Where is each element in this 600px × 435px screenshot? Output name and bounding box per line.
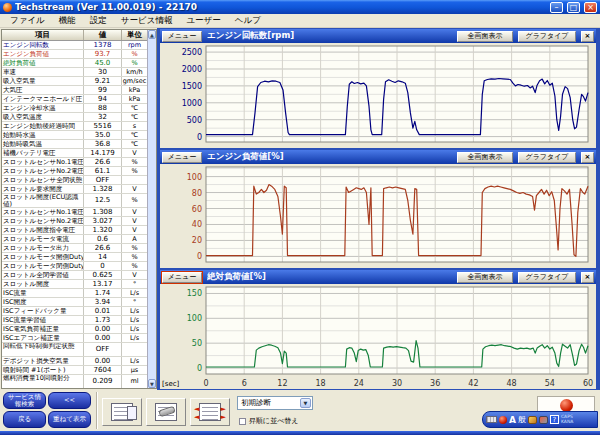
table-row[interactable]: スロットルモータ閉側Duty比0% bbox=[2, 262, 147, 271]
table-row[interactable]: 補機バッテリ電圧14.179V bbox=[2, 149, 147, 158]
collapse-button[interactable]: << bbox=[48, 392, 91, 409]
table-row[interactable]: 燃料消費量10回噴射分0.209ml bbox=[2, 375, 147, 388]
table-row[interactable]: スロットルモータ電流0.6A bbox=[2, 235, 147, 244]
table-row[interactable]: エンジン負荷値93.7% bbox=[2, 50, 147, 59]
row-unit: ° bbox=[122, 298, 147, 306]
table-row[interactable]: スロットル全閉学習値0.625V bbox=[2, 271, 147, 280]
snapshot-button[interactable] bbox=[146, 398, 186, 426]
chart-svg: 020406080100 bbox=[160, 164, 596, 270]
ime-help-icon[interactable]: ? bbox=[550, 415, 559, 424]
table-row[interactable]: 始動時吸気温36.8℃ bbox=[2, 140, 147, 149]
chart-close-button[interactable]: × bbox=[581, 31, 594, 42]
chart-rpm-plot[interactable]: 05001000150020002500 bbox=[160, 43, 596, 148]
chart-close-button[interactable]: × bbox=[581, 272, 594, 283]
table-row[interactable]: エンジン回転数1378rpm bbox=[2, 41, 147, 50]
table-row[interactable]: 絶対負荷値45.0% bbox=[2, 59, 147, 68]
graphtype-button[interactable]: グラフタイプ bbox=[518, 31, 576, 42]
table-row[interactable]: エンジン冷却水温88℃ bbox=[2, 104, 147, 113]
chart-menu-button[interactable]: メニュー bbox=[162, 272, 202, 283]
table-row[interactable]: デポジット損失空気量0.00L/s bbox=[2, 357, 147, 366]
fullscreen-button[interactable]: 全画面表示 bbox=[457, 152, 513, 163]
fullscreen-button[interactable]: 全画面表示 bbox=[457, 31, 513, 42]
row-unit bbox=[122, 343, 147, 356]
ime-tools-icon[interactable] bbox=[539, 416, 548, 424]
table-row[interactable]: スロットルセンサNo.2電圧3.027V bbox=[2, 217, 147, 226]
row-value: 3.94 bbox=[84, 298, 122, 306]
compare-data-button[interactable]: ◄◄►► bbox=[190, 398, 230, 426]
scrollbar-down-button[interactable]: ▼ bbox=[148, 379, 156, 388]
table-row[interactable]: スロットル開度13.17° bbox=[2, 280, 147, 289]
row-unit: km/h bbox=[122, 68, 147, 76]
table-row[interactable]: スロットル開度(ECU認識値)12.5% bbox=[2, 194, 147, 208]
row-label: スロットルモータ電流 bbox=[2, 235, 84, 243]
table-row[interactable]: エンジン始動後経過時間5516s bbox=[2, 122, 147, 131]
table-row[interactable]: スロットルセンサ全閉状態OFF bbox=[2, 176, 147, 185]
table-row[interactable]: ISCエアコン補正量0.00L/s bbox=[2, 334, 147, 343]
menu-item-file[interactable]: ファイル bbox=[3, 15, 52, 27]
row-label: ISC開度 bbox=[2, 298, 84, 306]
service-info-search-button[interactable]: サービス情報検索 bbox=[3, 392, 46, 409]
ime-orb-icon[interactable] bbox=[499, 416, 507, 424]
menu-item-settings[interactable]: 設定 bbox=[83, 15, 114, 27]
table-row[interactable]: スロットルセンサNo.1電圧比26.6% bbox=[2, 158, 147, 167]
keyboard-icon[interactable] bbox=[486, 416, 497, 423]
table-row[interactable]: 回転低下時制御判定状態OFF bbox=[2, 343, 147, 357]
table-scrollbar[interactable]: ▲ ▼ bbox=[147, 30, 156, 388]
table-row[interactable]: 車速30km/h bbox=[2, 68, 147, 77]
table-row[interactable]: ISCフィードバック量0.01L/s bbox=[2, 307, 147, 316]
ime-conversion-mode[interactable]: 般 bbox=[518, 414, 526, 425]
menu-item-service-info[interactable]: サービス情報 bbox=[114, 15, 180, 27]
back-button[interactable]: 戻る bbox=[3, 411, 46, 428]
menu-item-function[interactable]: 機能 bbox=[52, 15, 83, 27]
table-row[interactable]: 噴射時間 #1(ポート)7604μs bbox=[2, 366, 147, 375]
combo-dropdown-icon[interactable]: ▼ bbox=[300, 398, 311, 408]
table-row[interactable]: ISC開度3.94° bbox=[2, 298, 147, 307]
chart-menu-button[interactable]: メニュー bbox=[162, 152, 202, 163]
svg-text:0: 0 bbox=[197, 133, 202, 142]
table-row[interactable]: 吸入空気量9.21gm/sec bbox=[2, 77, 147, 86]
table-row[interactable]: ISC電気負荷補正量0.00L/s bbox=[2, 325, 147, 334]
ime-palette-icon[interactable] bbox=[528, 416, 537, 424]
minimize-button[interactable]: – bbox=[550, 2, 563, 13]
ime-toolbar[interactable]: A 般 ? CAPS KANA bbox=[482, 411, 598, 428]
window-titlebar[interactable]: Techstream (Ver 11.00.019) - 22170 – □ × bbox=[0, 0, 600, 14]
graphtype-button[interactable]: グラフタイプ bbox=[518, 272, 576, 283]
sort-ascending-checkbox[interactable] bbox=[239, 418, 246, 425]
menubar: ファイル 機能 設定 サービス情報 ユーザー ヘルプ bbox=[0, 14, 600, 28]
close-button[interactable]: × bbox=[584, 2, 597, 13]
table-row[interactable]: 吸入空気温度32℃ bbox=[2, 113, 147, 122]
menu-item-user[interactable]: ユーザー bbox=[179, 15, 227, 27]
table-row[interactable]: スロットルセンサNo.1電圧1.308V bbox=[2, 208, 147, 217]
table-row[interactable]: スロットルモータ開側Duty比14% bbox=[2, 253, 147, 262]
row-unit: V bbox=[122, 185, 147, 193]
table-row[interactable]: 始動時水温35.0℃ bbox=[2, 131, 147, 140]
chart-menu-button[interactable]: メニュー bbox=[162, 31, 202, 42]
chart-absload-plot[interactable]: 05010015006121824303642485460[sec] bbox=[160, 284, 596, 389]
row-unit: L/s bbox=[122, 307, 147, 315]
row-label: 噴射時間 #1(ポート) bbox=[2, 366, 84, 374]
row-value: 93.7 bbox=[84, 50, 122, 58]
table-row[interactable]: ISC流量1.74L/s bbox=[2, 289, 147, 298]
table-row[interactable]: 大気圧99kPa bbox=[2, 86, 147, 95]
ime-input-mode[interactable]: A bbox=[509, 415, 516, 425]
table-row[interactable]: インテークマニホールド圧94kPa bbox=[2, 95, 147, 104]
diagnosis-mode-select[interactable]: 初期診断 ▼ bbox=[237, 396, 313, 410]
graphtype-button[interactable]: グラフタイプ bbox=[518, 152, 576, 163]
row-value: 9.21 bbox=[84, 77, 122, 85]
overlay-display-button[interactable]: 重ねて表示 bbox=[48, 411, 91, 428]
data-list-view-button[interactable] bbox=[102, 398, 142, 426]
table-row[interactable]: スロットル要求開度1.328V bbox=[2, 185, 147, 194]
chart-close-button[interactable]: × bbox=[581, 152, 594, 163]
live-data-table: 項目 値 単位 エンジン回転数1378rpmエンジン負荷値93.7%絶対負荷値4… bbox=[1, 29, 157, 389]
chart-load-plot[interactable]: 020406080100 bbox=[160, 164, 596, 268]
list-arrows-icon: ◄◄►► bbox=[199, 403, 221, 421]
fullscreen-button[interactable]: 全画面表示 bbox=[457, 272, 513, 283]
table-row[interactable]: スロットルセンサNo.2電圧比61.1% bbox=[2, 167, 147, 176]
table-row[interactable]: スロットル開度指令電圧1.320V bbox=[2, 226, 147, 235]
table-row[interactable]: スロットルモータ出力26.6% bbox=[2, 244, 147, 253]
maximize-button[interactable]: □ bbox=[567, 2, 580, 13]
scrollbar-up-button[interactable]: ▲ bbox=[148, 30, 156, 39]
table-row[interactable]: ISC流量学習値1.73L/s bbox=[2, 316, 147, 325]
svg-text:50: 50 bbox=[192, 339, 202, 348]
menu-item-help[interactable]: ヘルプ bbox=[228, 15, 268, 27]
